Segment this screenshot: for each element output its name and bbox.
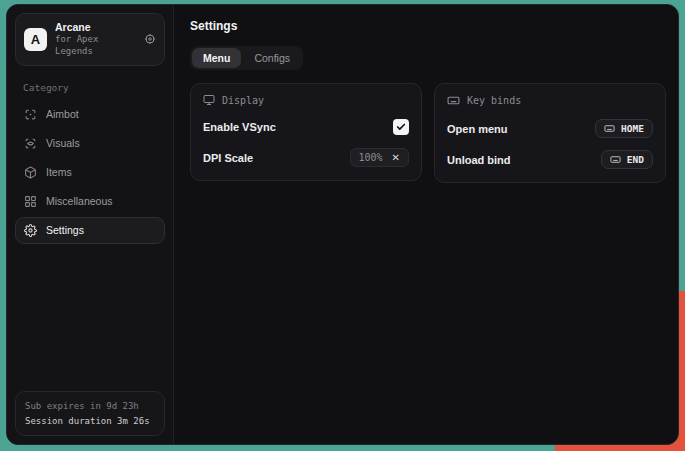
sidebar-item-label: Settings xyxy=(46,224,84,236)
sidebar-nav: Aimbot Visuals xyxy=(7,97,173,244)
cards-row: Display Enable VSync DPI Scale 100% ✕ xyxy=(190,83,666,183)
sidebar-item-items[interactable]: Items xyxy=(15,159,165,186)
app-subtitle: for Apex Legends xyxy=(55,34,136,57)
open-menu-label: Open menu xyxy=(447,123,508,135)
dpi-row: DPI Scale 100% ✕ xyxy=(203,148,409,167)
tab-menu[interactable]: Menu xyxy=(192,48,241,68)
dpi-scale-input[interactable]: 100% ✕ xyxy=(350,148,409,167)
tab-bar: Menu Configs xyxy=(190,46,303,70)
dpi-label: DPI Scale xyxy=(203,152,253,164)
monitor-icon xyxy=(203,94,215,106)
display-card: Display Enable VSync DPI Scale 100% ✕ xyxy=(190,83,422,181)
sidebar-item-label: Items xyxy=(46,166,72,178)
unload-bind-button[interactable]: END xyxy=(601,150,653,169)
keyboard-icon xyxy=(604,123,615,134)
unload-bind-key: END xyxy=(627,154,644,165)
keybinds-card-title: Key binds xyxy=(467,95,521,106)
crosshair-icon xyxy=(24,108,37,121)
sidebar-item-label: Aimbot xyxy=(46,108,79,120)
eye-scan-icon xyxy=(24,137,37,150)
brand-header: A Arcane for Apex Legends xyxy=(15,13,165,66)
keyboard-icon xyxy=(610,154,621,165)
app-window: A Arcane for Apex Legends Category xyxy=(6,4,679,445)
sidebar-item-label: Miscellaneous xyxy=(46,195,113,207)
app-logo: A xyxy=(24,28,47,51)
sidebar-item-aimbot[interactable]: Aimbot xyxy=(15,101,165,128)
page-title: Settings xyxy=(190,19,666,33)
sidebar: A Arcane for Apex Legends Category xyxy=(7,5,174,444)
main-content: Settings Menu Configs Display Enable VSy… xyxy=(174,5,679,444)
sidebar-item-label: Visuals xyxy=(46,137,80,149)
category-label: Category xyxy=(23,82,173,93)
target-icon[interactable] xyxy=(144,33,156,45)
keybinds-card: Key binds Open menu HOME Unload bin xyxy=(434,83,666,183)
display-card-header: Display xyxy=(203,94,409,106)
vsync-row: Enable VSync xyxy=(203,118,409,136)
app-name: Arcane xyxy=(55,21,136,34)
open-menu-row: Open menu HOME xyxy=(447,119,653,138)
tab-configs[interactable]: Configs xyxy=(243,48,301,68)
unload-bind-row: Unload bind END xyxy=(447,150,653,169)
brand-text: Arcane for Apex Legends xyxy=(55,21,136,58)
display-card-title: Display xyxy=(222,95,264,106)
grid-icon xyxy=(24,195,37,208)
vsync-checkbox[interactable] xyxy=(393,119,409,135)
open-menu-bind-key: HOME xyxy=(621,123,644,134)
sub-expires-text: Sub expires in 9d 23h xyxy=(25,399,155,413)
sidebar-item-settings[interactable]: Settings xyxy=(15,217,165,244)
keybinds-card-header: Key binds xyxy=(447,94,653,107)
cube-icon xyxy=(24,166,37,179)
subscription-info: Sub expires in 9d 23h Session duration 3… xyxy=(15,391,165,436)
gear-icon xyxy=(24,224,37,237)
session-duration-text: Session duration 3m 26s xyxy=(25,414,155,428)
keyboard-icon xyxy=(447,94,460,107)
sidebar-item-visuals[interactable]: Visuals xyxy=(15,130,165,157)
sidebar-item-miscellaneous[interactable]: Miscellaneous xyxy=(15,188,165,215)
unload-bind-label: Unload bind xyxy=(447,154,511,166)
open-menu-bind-button[interactable]: HOME xyxy=(595,119,653,138)
clear-icon[interactable]: ✕ xyxy=(392,153,400,163)
vsync-label: Enable VSync xyxy=(203,121,276,133)
dpi-value: 100% xyxy=(359,152,383,163)
